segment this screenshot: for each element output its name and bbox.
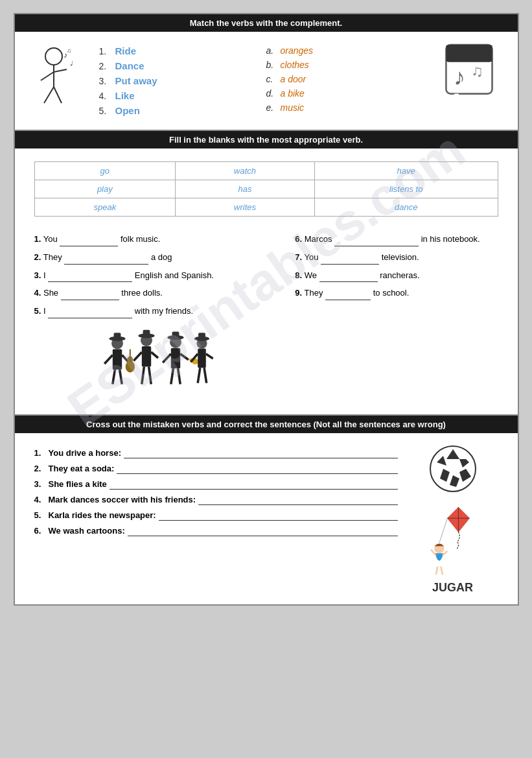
sentences-left: 1. You folk music.2. They a dog3. I Engl… [34,228,283,405]
sentence-num: 9. [295,288,302,298]
svg-rect-24 [130,349,131,362]
blank-line [48,308,132,318]
blank-line [48,272,132,282]
crossout-num: 4. [34,495,49,504]
svg-line-63 [442,551,447,556]
crossout-sentences: 1.You drive a horse:2.They eat a soda:3.… [34,443,398,595]
svg-line-29 [142,366,145,384]
svg-text:♫: ♫ [470,62,483,80]
wordbox-row: gowatchhave [34,162,498,180]
section1-header: Match the verbs with the complement. [15,14,518,32]
comp-text: clothes [281,60,309,70]
fill-sentence-left: 4. She three dolls. [34,287,283,300]
sentence-text-after: rancheras. [380,270,419,280]
svg-rect-26 [142,346,151,367]
blank-line [321,254,379,265]
verb-item: 5.Open [99,105,260,116]
sentence-num: 3. [34,270,41,280]
comp-letter: a. [266,45,281,56]
svg-point-0 [45,48,62,65]
verb-item: 1.Ride [99,45,260,56]
svg-line-36 [180,354,189,360]
complement-item: a.oranges [266,45,434,56]
fill-sentence-left: 3. I English and Spanish. [34,269,283,283]
fill-sentence-right: 7. You television. [295,251,498,265]
verb-word: Ride [115,45,137,56]
match-section: ♪ ♩ ♫ 1.Ride2.Dance3.Put away4.Like5.Ope… [34,41,498,120]
complements-list: a.orangesb.clothesc.a doord.a bikee.musi… [266,41,434,117]
sentence-text-before: They [43,252,62,262]
wordbox-cell: listens to [314,180,498,198]
verb-num: 1. [99,46,115,56]
sentence-text-before: We [305,270,317,280]
worksheet-page: ESLprintables.com Match the verbs with t… [14,13,519,606]
music-icon-area: music ♪ ♫ [440,41,498,100]
svg-line-30 [148,366,151,384]
soccer-ball-icon [427,443,479,495]
crossout-num: 5. [34,510,49,520]
wordbox-cell: speak [34,198,176,217]
section3-body: 1.You drive a horse:2.They eat a soda:3.… [15,433,518,604]
svg-rect-48 [198,333,205,339]
word-table: gowatchhaveplayhaslistens tospeakwritesd… [34,161,498,217]
fill-sentence-left: 5. I with my friends. [34,305,283,318]
svg-rect-34 [171,348,180,369]
fill-sentence-left: 1. You folk music. [34,233,283,246]
svg-line-2 [41,72,54,80]
svg-line-28 [151,352,158,358]
crossout-answer-line [124,448,398,458]
fill-sentence-left: 2. They a dog [34,251,283,265]
svg-line-65 [441,567,443,575]
crossout-num: 6. [34,526,49,536]
wordbox-cell: has [176,180,315,198]
verb-num: 5. [99,106,115,116]
crossout-sentence: 5.Karla rides the newspaper: [34,510,398,521]
wordbox-cell: go [34,162,176,180]
kite-girl-icon: JUGAR [421,504,485,595]
sentence-text-before: You [43,234,58,244]
complement-item: d.a bike [266,88,434,99]
verb-word: Dance [115,60,145,71]
sentence-text-after: three dolls. [121,288,163,298]
wordbox-cell: play [34,180,176,198]
section1-body: ♪ ♩ ♫ 1.Ride2.Dance3.Put away4.Like5.Ope… [15,32,518,131]
crossout-sentence: 2.They eat a soda: [34,464,398,474]
verb-item: 4.Like [99,90,260,101]
svg-line-27 [133,352,142,361]
comp-text: a door [281,74,306,84]
sentence-text-after: folk music. [121,234,160,244]
wordbox-row: speakwritesdance [34,198,498,217]
svg-line-5 [54,87,62,103]
svg-rect-10 [446,45,492,62]
comp-letter: b. [266,60,281,70]
stick-figure: ♪ ♩ ♫ [34,45,86,118]
section3-header: Cross out the mistaken verbs and correct… [15,416,518,433]
svg-line-46 [204,368,207,383]
sentence-num: 2. [34,252,41,262]
blank-line [64,254,148,265]
crossout-text: Mark dances soccer with his friends: [49,495,196,504]
svg-line-64 [435,567,437,575]
crossout-num: 2. [34,464,49,473]
verb-word: Open [115,105,140,116]
svg-line-44 [206,354,213,359]
verb-num: 4. [99,91,115,101]
comp-text: oranges [281,45,314,56]
blank-line [319,272,378,282]
svg-line-3 [54,69,67,72]
verb-word: Put away [115,75,157,86]
crossout-sentence: 6.We wash cartoons: [34,526,398,536]
svg-line-19 [119,370,122,385]
sentence-num: 8. [295,270,302,280]
sentence-num: 4. [34,288,41,298]
sentence-text-before: She [43,288,58,298]
sentence-text-before: I [43,306,46,316]
sentence-text-before: I [43,270,46,280]
crossout-text: She flies a kite [49,479,107,489]
crossout-answer-line [128,526,398,536]
blank-line [334,236,419,246]
sentence-text-after: English and Spanish. [135,270,214,280]
crossout-sentence: 1.You drive a horse: [34,448,398,458]
sentence-text-after: to school. [373,288,410,298]
comp-text: music [281,102,305,113]
